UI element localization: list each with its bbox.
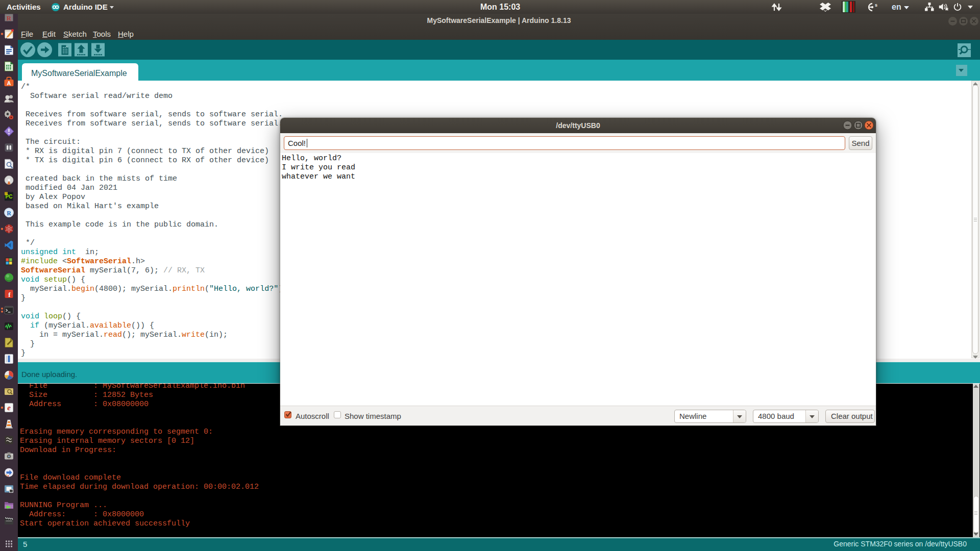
svg-text:R: R [7, 14, 12, 22]
svg-text:f: f [8, 291, 11, 298]
svg-text:R: R [7, 210, 11, 217]
svg-text:s: s [875, 3, 877, 8]
svg-text:A: A [7, 80, 11, 86]
svg-text:e: e [7, 404, 11, 412]
